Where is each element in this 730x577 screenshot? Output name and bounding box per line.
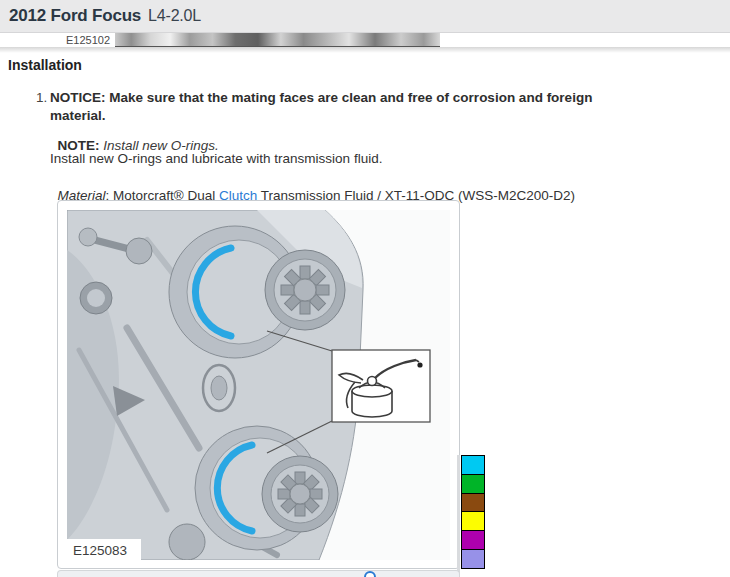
figure-label: E125083: [73, 543, 127, 558]
figure-label-group: E125083: [67, 539, 141, 560]
previous-figure-image: [115, 33, 440, 47]
palette-swatch-cyan[interactable]: [461, 455, 485, 475]
palette-swatch-brown[interactable]: [461, 493, 485, 513]
previous-figure-remnant: E125102: [60, 33, 440, 47]
palette-swatch-magenta[interactable]: [461, 530, 485, 550]
vehicle-engine: L4-2.0L: [148, 7, 201, 25]
palette-divider: [457, 455, 460, 577]
figure-zoom-icon[interactable]: [364, 571, 376, 577]
section-heading: Installation: [8, 57, 82, 73]
step-number: 1.: [36, 89, 47, 107]
figure-e125083: E125083: [57, 200, 460, 569]
color-palette: [461, 455, 485, 569]
instruction-text: Install new O-rings and lubricate with t…: [50, 150, 382, 168]
palette-swatch-yellow[interactable]: [461, 511, 485, 531]
palette-swatch-green[interactable]: [461, 474, 485, 494]
header-shadow: [0, 47, 730, 53]
transmission-illustration: E125083: [67, 210, 450, 560]
next-figure-strip: [57, 570, 460, 577]
previous-figure-label: E125102: [60, 33, 115, 47]
palette-swatch-periwinkle[interactable]: [461, 549, 485, 569]
vehicle-title: 2012 Ford Focus: [9, 6, 141, 26]
oil-can-inset: [332, 350, 430, 422]
vehicle-header: 2012 Ford Focus L4-2.0L: [0, 0, 730, 33]
